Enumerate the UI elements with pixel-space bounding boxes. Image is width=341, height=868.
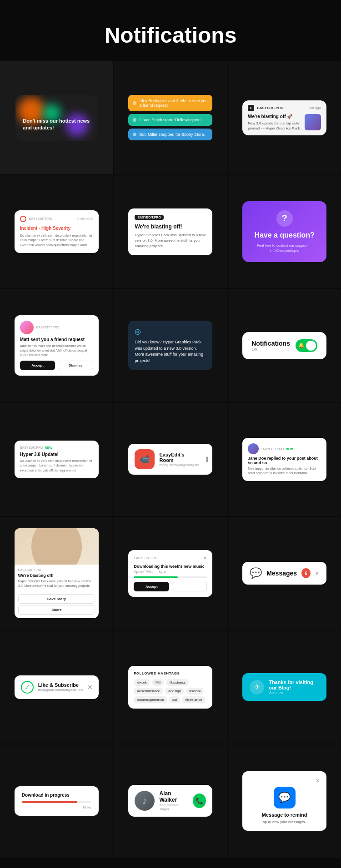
hashtag-item[interactable]: #work xyxy=(134,679,150,686)
dl-close-icon[interactable]: ✕ xyxy=(203,556,207,560)
share-story-button[interactable]: Share xyxy=(18,605,95,615)
hashtag-item[interactable]: ### xyxy=(152,679,164,686)
subscribe-card: ✓ Like & Subscribe instagram.com/easyedi… xyxy=(15,675,99,699)
social-notif-item-1[interactable]: Alex Rodriguez and 3 others sent you a f… xyxy=(128,95,212,111)
room-name: EasyEdit's Room xyxy=(159,452,199,463)
progress-bar xyxy=(22,801,91,803)
hashtag-grid: #work ### #business #userinterface #desi… xyxy=(134,679,207,703)
subscribe-url: instagram.com/easyedit.pro xyxy=(38,688,83,692)
blast-off-card: EASYEDIT.PRO We're blasting off! Hyper G… xyxy=(128,208,212,255)
friend-dismiss-button[interactable]: Dismiss xyxy=(58,361,93,370)
story-header: EASYEDIT.PRO xyxy=(15,565,99,571)
incident-title: Incident - High Severity xyxy=(20,226,93,231)
update-title: Hyper 3.0 Update! xyxy=(20,452,93,457)
story-img-overlay xyxy=(15,528,99,565)
friend-title: Matt sent you a friend request xyxy=(20,337,93,342)
video-icon: 📹 xyxy=(140,454,150,464)
messages-card[interactable]: 💬 Messages 6 ∧ xyxy=(242,562,326,585)
incident-header: ! EASYEDIT.PRO 5 MIN AGO xyxy=(20,216,93,222)
bell-icon: 🔔 xyxy=(298,342,305,348)
caller-name: Alan Walker xyxy=(159,790,188,803)
cell-reminder: ✕ 💬 Message to remind Tap to view your m… xyxy=(228,744,341,858)
message-icon: 💬 xyxy=(250,567,262,579)
cell-reply: EASYEDIT.PRO NEW Jane Doe replied to you… xyxy=(228,403,341,516)
cell-call: ♪ Alan Walker The famous singer 📞 xyxy=(114,744,227,858)
save-story-button[interactable]: Save Story xyxy=(18,594,95,604)
messages-app-icon: 💬 xyxy=(274,787,296,808)
cell-room: 📹 EasyEdit's Room mang.com/youguvergate … xyxy=(114,403,227,516)
question-mark-icon: ? xyxy=(276,210,293,227)
reply-avatar xyxy=(248,443,259,454)
hashtag-item[interactable]: #social xyxy=(186,688,204,694)
update-card: EASYEDIT.PRO NEW Hyper 3.0 Update! Do ul… xyxy=(15,441,99,479)
chat-icon: 💬 xyxy=(278,792,291,804)
messages-label: Messages xyxy=(266,570,297,577)
thanks-title: Thanks for visiting our Blog! xyxy=(269,680,319,690)
hashtag-card: FOLLOWED HASHTAGS #work ### #business #u… xyxy=(128,666,212,709)
reply-body: Non tempor do ullamco cullamco cullamco.… xyxy=(248,466,321,476)
cell-social-list: Alex Rodriguez and 3 others sent you a f… xyxy=(114,61,227,174)
cell-story: EASYEDIT.PRO We're blasting off! Hyper G… xyxy=(0,517,113,630)
messages-badge: 6 xyxy=(301,568,311,578)
incident-brand: EASYEDIT.PRO xyxy=(29,217,52,220)
cell-hashtags: FOLLOWED HASHTAGS #work ### #business #u… xyxy=(114,630,227,744)
friend-request-card: EASYEDIT.PRO Matt sent you a friend requ… xyxy=(15,315,99,376)
push-brand: EASYEDIT.PRO xyxy=(257,106,284,110)
toggle-label-group: Notifications On xyxy=(251,340,290,352)
hashtag-item[interactable]: #userexperience xyxy=(134,696,167,703)
reminder-title: Message to remind xyxy=(249,812,320,818)
subscribe-close-icon[interactable]: ✕ xyxy=(87,684,93,691)
notifications-toggle-switch[interactable]: 🔔 xyxy=(296,339,317,352)
cell-notifications-toggle: Notifications On 🔔 xyxy=(228,289,341,402)
social-notif-item-2[interactable]: Grace Smith started following you. xyxy=(128,114,212,126)
blast-brand: EASYEDIT.PRO xyxy=(135,215,163,220)
subscribe-title: Like & Subscribe xyxy=(38,682,83,688)
subscribe-info: Like & Subscribe instagram.com/easyedit.… xyxy=(38,682,83,692)
update-body: Do ullamco ex velit anim do proident exe… xyxy=(20,459,93,473)
hashtag-item[interactable]: #design xyxy=(165,688,184,694)
cell-download-music: EASYEDIT PRO ✕ Downloading this week's n… xyxy=(114,517,227,630)
social-notif-list: Alex Rodriguez and 3 others sent you a f… xyxy=(128,95,212,140)
hashtag-item[interactable]: #business xyxy=(166,679,189,686)
share-icon[interactable]: ⬆ xyxy=(204,455,210,464)
social-notif-item-3[interactable]: Bob Miller shopped for Bobby Store. xyxy=(128,129,212,140)
push-row: We're blasting off 🚀 New 3.0 update for … xyxy=(248,114,321,131)
cell-messages: 💬 Messages 6 ∧ xyxy=(228,517,341,630)
dyk-text: Did you know? Hyper Graphics Pack was up… xyxy=(135,339,206,364)
question-subtitle: Feel free to contact our support — info@… xyxy=(250,243,319,253)
telegram-icon: ✈ xyxy=(250,680,264,694)
dl-accept-button[interactable]: Accept xyxy=(134,582,169,591)
reminder-close-icon[interactable]: ✕ xyxy=(249,778,320,784)
friend-accept-button[interactable]: Accept xyxy=(20,361,55,370)
reply-new-badge: NEW xyxy=(286,447,293,451)
incident-card: ! EASYEDIT.PRO 5 MIN AGO Incident - High… xyxy=(15,210,99,253)
dl-header: EASYEDIT PRO ✕ xyxy=(134,556,207,560)
dl-progress-bar xyxy=(134,576,207,578)
notif-dot xyxy=(133,133,136,136)
hashtag-title: FOLLOWED HASHTAGS xyxy=(134,671,207,675)
push-thumbnail xyxy=(305,114,321,130)
hashtag-item[interactable]: #ui xyxy=(169,696,181,703)
cell-thanks: ✈ Thanks for visiting our Blog! Just now xyxy=(228,630,341,744)
cell-download-progress: Download in progress 80% xyxy=(0,744,113,858)
push-notification-card: E EASYEDIT.PRO 3m ago We're blasting off… xyxy=(242,100,326,135)
dl-dismiss-button[interactable]: Dismiss xyxy=(172,582,207,591)
push-time: 3m ago xyxy=(309,106,321,110)
hashtag-item[interactable]: #freelance xyxy=(182,696,205,703)
dl-progress-fill xyxy=(134,576,178,578)
chevron-up-icon: ∧ xyxy=(315,570,319,576)
hashtag-item[interactable]: #userinterface xyxy=(134,688,163,694)
cell-did-you-know: ◎ Did you know? Hyper Graphics Pack was … xyxy=(114,289,227,402)
toggle-status: On xyxy=(251,347,290,352)
toggle-knob xyxy=(306,341,316,351)
blast-body: Hyper Graphics Pack was updated to a new… xyxy=(135,233,206,249)
toggle-label: Notifications xyxy=(251,340,290,347)
push-title: We're blasting off 🚀 xyxy=(248,114,301,119)
room-url: mang.com/youguvergate xyxy=(159,463,199,467)
caller-song: The famous singer xyxy=(159,803,188,811)
call-accept-button[interactable]: 📞 xyxy=(193,794,206,808)
cell-blobs: Don't miss our hottest news and updates! xyxy=(0,61,113,174)
reminder-card: ✕ 💬 Message to remind Tap to view your m… xyxy=(242,771,326,831)
cell-subscribe: ✓ Like & Subscribe instagram.com/easyedi… xyxy=(0,630,113,744)
dl-title: Downloading this week's new music xyxy=(134,564,207,569)
